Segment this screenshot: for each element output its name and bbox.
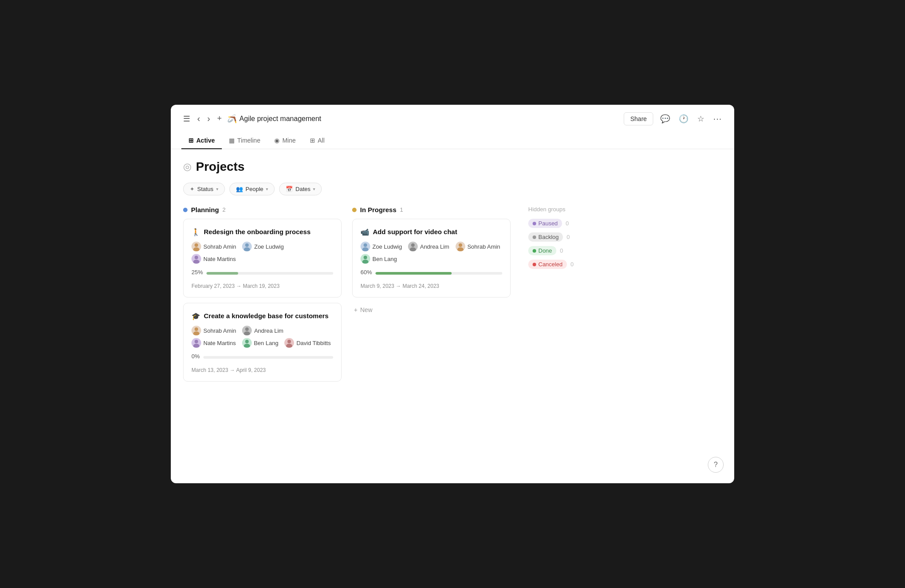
status-filter-label: Status bbox=[197, 186, 213, 192]
hidden-group-done: Done 0 bbox=[528, 246, 609, 255]
canceled-dot bbox=[533, 263, 536, 266]
avatar-david-2 bbox=[284, 338, 294, 348]
card-2-progress: 0% bbox=[191, 353, 333, 362]
person-zoe-1: Zoe Ludwig bbox=[242, 242, 283, 251]
backlog-count: 0 bbox=[567, 234, 570, 240]
main-content: ◎ Projects ✦ Status ▾ 👥 People ▾ 📅 Dates… bbox=[171, 149, 734, 397]
svg-point-13 bbox=[244, 344, 250, 348]
card-knowledge-base[interactable]: 🎓 Create a knowledge base for customers … bbox=[183, 303, 342, 382]
app-title: 🪃 Agile project management bbox=[227, 114, 321, 124]
more-button[interactable]: ··· bbox=[711, 112, 724, 125]
svg-point-14 bbox=[287, 340, 291, 343]
help-button[interactable]: ? bbox=[708, 457, 724, 473]
new-plus-icon: + bbox=[354, 306, 357, 313]
column-planning-header: Planning 2 bbox=[183, 206, 342, 213]
person-sohrab-3: Sohrab Amin bbox=[456, 242, 500, 251]
card-video-chat[interactable]: 📹 Add support for video chat Zoe Ludwig bbox=[352, 219, 511, 298]
app-title-text: Agile project management bbox=[239, 115, 321, 123]
card-2-title: Create a knowledge base for customers bbox=[204, 311, 328, 320]
svg-point-20 bbox=[459, 243, 462, 247]
person-david-2: David Tibbitts bbox=[284, 338, 331, 348]
svg-point-15 bbox=[286, 344, 292, 348]
svg-point-19 bbox=[410, 247, 416, 251]
svg-point-18 bbox=[411, 243, 415, 247]
comment-button[interactable]: 💬 bbox=[659, 112, 672, 125]
forward-button[interactable]: › bbox=[206, 112, 212, 125]
card-2-progress-label: 0% bbox=[191, 353, 200, 360]
svg-point-2 bbox=[245, 243, 249, 247]
card-redesign-onboarding[interactable]: 🚶 Redesign the onboarding process Sohrab… bbox=[183, 219, 342, 298]
people-filter-chevron: ▾ bbox=[266, 187, 268, 191]
tab-active[interactable]: ⊞ Active bbox=[181, 132, 222, 149]
person-sohrab-2-name: Sohrab Amin bbox=[203, 327, 236, 334]
card-1-title: Redesign the onboarding process bbox=[204, 227, 311, 236]
svg-point-21 bbox=[457, 247, 464, 251]
star-button[interactable]: ☆ bbox=[695, 112, 706, 125]
backlog-label: Backlog bbox=[538, 234, 559, 240]
card-1-title-row: 🚶 Redesign the onboarding process bbox=[191, 227, 333, 236]
canceled-label: Canceled bbox=[538, 261, 563, 268]
card-1-icon: 🚶 bbox=[191, 228, 200, 236]
person-nate-2: Nate Martins bbox=[191, 338, 236, 348]
people-filter-icon: 👥 bbox=[236, 186, 243, 192]
status-tag-done[interactable]: Done bbox=[528, 246, 556, 255]
planning-dot bbox=[183, 208, 188, 212]
svg-point-0 bbox=[195, 243, 198, 247]
tab-active-icon: ⊞ bbox=[188, 137, 194, 144]
hidden-group-canceled: Canceled 0 bbox=[528, 260, 609, 269]
status-filter-chevron: ▾ bbox=[216, 187, 218, 191]
tab-mine-label: Mine bbox=[282, 137, 295, 144]
tab-mine[interactable]: ◉ Mine bbox=[267, 132, 302, 149]
share-button[interactable]: Share bbox=[624, 112, 653, 125]
svg-point-12 bbox=[245, 340, 249, 343]
avatar-ben-3 bbox=[361, 254, 370, 264]
comment-icon: 💬 bbox=[660, 114, 670, 123]
person-nate-2-name: Nate Martins bbox=[203, 340, 236, 346]
avatar-ben-2 bbox=[242, 338, 252, 348]
card-2-people: Sohrab Amin Andrea Lim Nat bbox=[191, 326, 333, 348]
back-button[interactable]: ‹ bbox=[195, 112, 202, 125]
menu-button[interactable]: ☰ bbox=[181, 112, 192, 125]
card-3-progress: 60% bbox=[361, 269, 502, 278]
card-2-progress-bar-container: 0% bbox=[191, 353, 333, 362]
canceled-count: 0 bbox=[570, 261, 574, 268]
card-1-progress-bar-container: 25% bbox=[191, 269, 333, 278]
hidden-group-backlog: Backlog 0 bbox=[528, 232, 609, 242]
in-progress-count: 1 bbox=[400, 206, 403, 213]
status-tag-paused[interactable]: Paused bbox=[528, 219, 562, 228]
hidden-groups-title: Hidden groups bbox=[528, 206, 609, 213]
status-filter-icon: ✦ bbox=[190, 186, 195, 192]
status-filter[interactable]: ✦ Status ▾ bbox=[183, 183, 225, 195]
tab-timeline[interactable]: ▦ Timeline bbox=[222, 132, 267, 149]
in-progress-title: In Progress bbox=[360, 206, 397, 213]
card-3-progress-fill bbox=[375, 272, 452, 275]
svg-point-10 bbox=[195, 340, 198, 343]
add-button[interactable]: + bbox=[215, 112, 224, 125]
avatar-zoe-1 bbox=[242, 242, 252, 251]
tab-all[interactable]: ⊞ All bbox=[303, 132, 332, 149]
person-sohrab-3-name: Sohrab Amin bbox=[467, 243, 500, 250]
header: ☰ ‹ › + 🪃 Agile project management Share… bbox=[171, 105, 734, 132]
history-icon: 🕐 bbox=[679, 114, 688, 123]
card-1-dates: February 27, 2023 → March 19, 2023 bbox=[191, 283, 333, 289]
planning-count: 2 bbox=[222, 206, 225, 213]
column-in-progress-header: In Progress 1 bbox=[352, 206, 511, 213]
avatar-nate-2 bbox=[191, 338, 201, 348]
dates-filter-chevron: ▾ bbox=[313, 187, 315, 191]
status-tag-canceled[interactable]: Canceled bbox=[528, 260, 567, 269]
status-tag-backlog[interactable]: Backlog bbox=[528, 232, 563, 242]
history-button[interactable]: 🕐 bbox=[677, 112, 690, 125]
avatar-andrea-2 bbox=[242, 326, 252, 335]
people-filter[interactable]: 👥 People ▾ bbox=[229, 183, 275, 195]
dates-filter[interactable]: 📅 Dates ▾ bbox=[279, 183, 322, 195]
card-3-dates: March 9, 2023 → March 24, 2023 bbox=[361, 283, 502, 289]
svg-point-3 bbox=[244, 247, 250, 251]
svg-point-1 bbox=[193, 247, 199, 251]
column-planning: Planning 2 🚶 Redesign the onboarding pro… bbox=[183, 206, 342, 387]
svg-point-8 bbox=[245, 327, 249, 331]
new-item-button[interactable]: + New bbox=[352, 303, 374, 317]
new-label: New bbox=[360, 306, 372, 313]
person-zoe-3: Zoe Ludwig bbox=[361, 242, 402, 251]
app-title-icon: 🪃 bbox=[227, 114, 237, 124]
svg-point-7 bbox=[193, 331, 199, 335]
